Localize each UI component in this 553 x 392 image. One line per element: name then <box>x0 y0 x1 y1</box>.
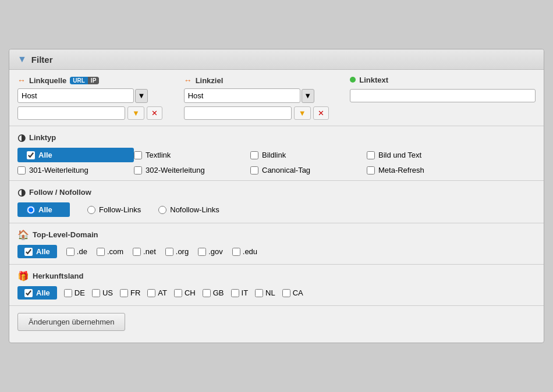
country-fr-checkbox[interactable] <box>120 289 128 297</box>
linkziel-clear-button[interactable]: ✕ <box>313 106 329 120</box>
follow-links-label: Follow-Links <box>99 205 141 214</box>
linktyp-canonical-checkbox[interactable] <box>250 166 258 174</box>
linktyp-alle-checkbox[interactable] <box>27 151 35 159</box>
ip-badge[interactable]: IP <box>88 77 99 84</box>
country-ch: CH <box>174 288 196 297</box>
tld-header: 🏠 Top-Level-Domain <box>17 229 536 240</box>
linkquelle-dropdown-arrow[interactable]: ▼ <box>135 89 148 103</box>
linkquelle-select[interactable]: Host <box>17 88 134 103</box>
tld-org: .org <box>165 247 189 256</box>
tld-gov: .gov <box>198 247 223 256</box>
tld-net-label: .net <box>143 247 156 256</box>
nofollow-links-radio[interactable] <box>158 206 166 214</box>
apply-button[interactable]: Änderungen übernehmen <box>17 313 125 331</box>
linktyp-textlink-label: Textlink <box>146 151 171 159</box>
country-it-checkbox[interactable] <box>231 289 239 297</box>
follow-alle-radio[interactable] <box>27 206 35 214</box>
tld-net-checkbox[interactable] <box>133 248 141 256</box>
linktyp-bildtext-checkbox[interactable] <box>367 151 375 159</box>
country-alle[interactable]: Alle <box>17 286 57 300</box>
linktyp-bildlink-label: Bildlink <box>262 151 286 159</box>
filter-icon: ▼ <box>17 54 27 65</box>
country-de-label: DE <box>75 288 85 297</box>
linktyp-textlink: Textlink <box>134 148 250 162</box>
follow-icon: ◑ <box>17 187 26 198</box>
country-it: IT <box>231 288 249 297</box>
country-alle-checkbox[interactable] <box>24 289 33 297</box>
follow-links: Follow-Links <box>87 205 141 214</box>
panel-header: ▼ Filter <box>9 49 544 70</box>
follow-radio-row: Alle Follow-Links Nofollow-Links <box>17 202 536 217</box>
country-nl-label: NL <box>265 288 275 297</box>
country-us: US <box>92 288 113 297</box>
country-ch-checkbox[interactable] <box>174 289 182 297</box>
nofollow-links: Nofollow-Links <box>158 205 219 214</box>
follow-label: Follow / Nofollow <box>29 188 91 197</box>
linktyp-canonical: Canonical-Tag <box>250 166 367 174</box>
linkziel-label: Linkziel <box>196 76 224 85</box>
tld-de-checkbox[interactable] <box>66 248 75 256</box>
country-de-checkbox[interactable] <box>64 289 72 297</box>
country-label: Herkunftsland <box>33 272 83 280</box>
linktyp-label: Linktyp <box>29 133 56 142</box>
country-at-label: AT <box>158 288 167 297</box>
tld-edu-label: .edu <box>243 247 257 256</box>
linktyp-bildlink: Bildlink <box>250 148 367 162</box>
country-ca-checkbox[interactable] <box>282 289 290 297</box>
linkquelle-filter-button[interactable]: ▼ <box>127 106 144 120</box>
country-at-checkbox[interactable] <box>147 289 155 297</box>
linktext-label: Linktext <box>359 76 388 84</box>
linkquelle-filter-row: ▼ ✕ <box>17 106 172 120</box>
country-gb-label: GB <box>213 288 224 297</box>
country-fr: FR <box>120 288 140 297</box>
country-gb-checkbox[interactable] <box>203 289 211 297</box>
linktyp-301-label: 301-Weiterleitung <box>29 166 88 174</box>
tld-alle-checkbox[interactable] <box>24 248 33 256</box>
linkquelle-filter-input[interactable] <box>17 106 125 120</box>
tld-com-checkbox[interactable] <box>97 248 105 256</box>
linkziel-filter-row: ▼ ✕ <box>184 106 339 120</box>
linkquelle-label-row: ↔ Linkquelle URLIP <box>17 76 172 85</box>
linkquelle-block: ↔ Linkquelle URLIP Host ▼ ▼ ✕ <box>17 76 172 120</box>
linktext-block: Linktext <box>350 76 536 102</box>
tld-org-checkbox[interactable] <box>165 248 173 256</box>
follow-links-radio[interactable] <box>87 206 95 214</box>
linktyp-icon: ◑ <box>17 132 26 143</box>
linktyp-bildlink-checkbox[interactable] <box>250 151 258 159</box>
nofollow-links-label: Nofollow-Links <box>170 205 219 214</box>
follow-alle[interactable]: Alle <box>17 202 70 217</box>
linktyp-302-checkbox[interactable] <box>134 166 142 174</box>
source-section: ↔ Linkquelle URLIP Host ▼ ▼ ✕ ↔ <box>9 70 544 126</box>
tld-gov-label: .gov <box>208 247 223 256</box>
follow-alle-label: Alle <box>38 205 52 214</box>
country-us-checkbox[interactable] <box>92 289 100 297</box>
tld-edu: .edu <box>232 247 257 256</box>
linkziel-filter-input[interactable] <box>184 106 292 120</box>
url-badge[interactable]: URL <box>70 77 88 84</box>
tld-edu-checkbox[interactable] <box>232 248 240 256</box>
linktyp-canonical-label: Canonical-Tag <box>262 166 310 174</box>
linkziel-select-row: Host ▼ <box>184 88 339 103</box>
tld-net: .net <box>133 247 156 256</box>
tld-gov-checkbox[interactable] <box>198 248 206 256</box>
linktyp-textlink-checkbox[interactable] <box>134 151 142 159</box>
linktyp-301-checkbox[interactable] <box>17 166 26 174</box>
linkziel-dropdown-arrow[interactable]: ▼ <box>302 89 314 103</box>
linktyp-301: 301-Weiterleitung <box>17 166 134 174</box>
linkquelle-clear-button[interactable]: ✕ <box>147 106 162 120</box>
linkquelle-select-row: Host ▼ <box>17 88 172 103</box>
country-de: DE <box>64 288 85 297</box>
panel-title: Filter <box>31 55 53 65</box>
linktyp-metarefresh-checkbox[interactable] <box>367 166 375 174</box>
linktext-input[interactable] <box>350 89 536 102</box>
linkziel-filter-button[interactable]: ▼ <box>294 106 311 120</box>
country-nl-checkbox[interactable] <box>255 289 263 297</box>
country-fr-label: FR <box>130 288 140 297</box>
linkziel-select[interactable]: Host <box>184 88 300 103</box>
tld-section: 🏠 Top-Level-Domain Alle .de .com .net <box>9 223 544 265</box>
linktyp-grid: Alle Textlink Bildlink Bild und Text 301… <box>17 148 536 174</box>
country-ca-label: CA <box>293 288 303 297</box>
tld-alle[interactable]: Alle <box>17 245 57 258</box>
linktyp-alle[interactable]: Alle <box>17 148 134 162</box>
tld-org-label: .org <box>176 247 189 256</box>
